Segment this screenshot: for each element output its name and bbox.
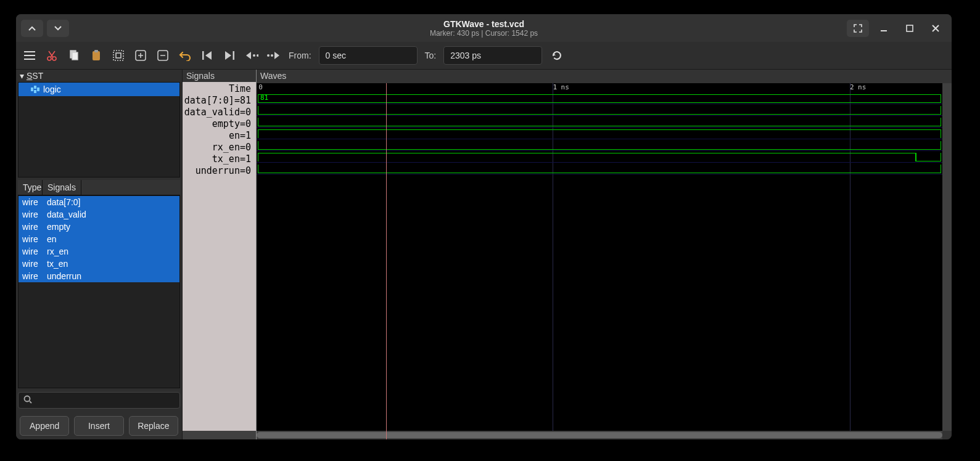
signal-row[interactable]: wiredata[7:0] bbox=[19, 196, 179, 208]
signal-name: data_valid bbox=[46, 210, 179, 219]
minimize-button[interactable] bbox=[873, 20, 895, 37]
next-edge-icon[interactable] bbox=[266, 48, 281, 63]
signal-type: wire bbox=[19, 210, 46, 219]
svg-rect-20 bbox=[34, 90, 36, 93]
signal-row[interactable]: wiredata_valid bbox=[19, 208, 179, 221]
wave-hscroll-thumb[interactable] bbox=[257, 432, 942, 438]
paste-icon[interactable] bbox=[89, 48, 104, 63]
signal-value-row[interactable]: empty=0 bbox=[183, 118, 256, 130]
col-signals-header[interactable]: Signals bbox=[43, 180, 81, 195]
signal-value-row[interactable]: underrun=0 bbox=[183, 165, 256, 177]
signal-row[interactable]: wireen bbox=[19, 233, 179, 245]
go-start-icon[interactable] bbox=[200, 48, 215, 63]
wave-baseline bbox=[257, 139, 942, 139]
to-input[interactable] bbox=[443, 46, 542, 65]
signal-list[interactable]: wiredata[7:0]wiredata_validwireemptywire… bbox=[18, 195, 180, 388]
wave-hscroll[interactable] bbox=[257, 431, 942, 439]
signal-value-row[interactable]: rx_en=0 bbox=[183, 142, 256, 153]
svg-point-22 bbox=[25, 396, 30, 402]
fullscreen-button[interactable] bbox=[847, 20, 869, 37]
signal-type: wire bbox=[19, 234, 46, 244]
zoom-out-icon[interactable] bbox=[155, 48, 170, 63]
svg-point-16 bbox=[267, 54, 270, 57]
svg-line-23 bbox=[30, 401, 31, 403]
signal-row[interactable]: wirerx_en bbox=[19, 245, 179, 258]
from-label: From: bbox=[289, 51, 311, 60]
signal-name: en bbox=[46, 234, 179, 244]
marker-line[interactable] bbox=[386, 83, 387, 439]
svg-rect-8 bbox=[113, 51, 123, 60]
svg-rect-18 bbox=[31, 88, 33, 91]
replace-button[interactable]: Replace bbox=[129, 416, 178, 436]
bus-value-label: 81 bbox=[260, 94, 268, 102]
svg-rect-5 bbox=[72, 52, 78, 60]
svg-rect-19 bbox=[34, 86, 36, 89]
signal-list-header: Type Signals bbox=[18, 180, 180, 195]
window-title: GTKWave - test.vcd bbox=[430, 19, 538, 29]
sidebar: ▾ SST logic Type Signals wiredata[7:0]wi… bbox=[16, 70, 183, 439]
tree-item-label: logic bbox=[43, 84, 61, 94]
signal-names-column: Signals Timedata[7:0]=81data_valid=0empt… bbox=[183, 70, 257, 439]
signals-header: Signals bbox=[183, 70, 256, 82]
svg-rect-7 bbox=[94, 50, 98, 52]
wave-baseline bbox=[257, 104, 942, 104]
signal-row[interactable]: wireunderrun bbox=[19, 270, 179, 282]
tree-item[interactable]: logic bbox=[19, 83, 179, 96]
reload-icon[interactable] bbox=[550, 48, 564, 63]
zoom-in-icon[interactable] bbox=[133, 48, 148, 63]
append-button[interactable]: Append bbox=[20, 416, 69, 436]
zoom-fit-icon[interactable] bbox=[111, 48, 126, 63]
wave-signal-row[interactable] bbox=[258, 116, 941, 127]
signal-row[interactable]: wiretx_en bbox=[19, 258, 179, 270]
sst-header[interactable]: ▾ SST bbox=[16, 70, 182, 82]
signal-name: data[7:0] bbox=[46, 197, 179, 207]
title-center: GTKWave - test.vcd Marker: 430 ps | Curs… bbox=[430, 19, 538, 38]
wave-signal-row[interactable] bbox=[258, 105, 941, 115]
signal-type: wire bbox=[19, 247, 46, 256]
wave-canvas[interactable]: 01 ns2 ns 81 bbox=[257, 83, 942, 439]
signal-row[interactable]: wireempty bbox=[19, 221, 179, 233]
close-button[interactable] bbox=[924, 20, 947, 37]
svg-point-14 bbox=[253, 54, 255, 57]
app-window: GTKWave - test.vcd Marker: 430 ps | Curs… bbox=[16, 14, 952, 439]
waves-header: Waves bbox=[257, 70, 952, 83]
wave-signal-row[interactable]: 81 bbox=[258, 93, 941, 104]
svg-rect-9 bbox=[116, 53, 121, 58]
from-input[interactable] bbox=[319, 46, 418, 65]
prev-edge-icon[interactable] bbox=[244, 48, 259, 63]
col-type-header[interactable]: Type bbox=[18, 180, 43, 195]
wave-signal-row[interactable] bbox=[258, 163, 941, 174]
time-axis: 01 ns2 ns bbox=[257, 83, 942, 92]
undo-icon[interactable] bbox=[178, 48, 192, 63]
insert-button[interactable]: Insert bbox=[74, 416, 123, 436]
wave-baseline bbox=[257, 127, 942, 128]
wave-baseline bbox=[257, 115, 942, 116]
wave-signal-row[interactable] bbox=[258, 140, 941, 150]
wave-vscroll[interactable] bbox=[942, 83, 952, 431]
hierarchy-tree[interactable]: logic bbox=[18, 82, 180, 177]
signal-value-row[interactable]: tx_en=1 bbox=[183, 153, 256, 165]
maximize-button[interactable] bbox=[899, 20, 921, 37]
signal-type: wire bbox=[19, 271, 46, 281]
search-box[interactable] bbox=[18, 392, 180, 409]
cut-icon[interactable] bbox=[44, 48, 59, 63]
signal-col-hscroll[interactable] bbox=[183, 431, 256, 439]
wave-baseline bbox=[257, 150, 942, 151]
signal-value-row[interactable]: data_valid=0 bbox=[183, 107, 256, 118]
signal-value-row[interactable]: en=1 bbox=[183, 130, 256, 142]
svg-rect-1 bbox=[907, 25, 913, 31]
to-label: To: bbox=[425, 51, 437, 60]
main-body: ▾ SST logic Type Signals wiredata[7:0]wi… bbox=[16, 70, 952, 439]
menu-up-button[interactable] bbox=[21, 20, 43, 37]
wave-signal-row[interactable] bbox=[258, 152, 941, 162]
action-buttons: Append Insert Replace bbox=[16, 412, 182, 439]
search-input[interactable] bbox=[36, 396, 175, 405]
hamburger-icon[interactable] bbox=[22, 48, 37, 63]
toolbar: From: To: bbox=[16, 42, 952, 70]
copy-icon[interactable] bbox=[67, 48, 81, 63]
go-end-icon[interactable] bbox=[222, 48, 237, 63]
menu-down-button[interactable] bbox=[47, 20, 69, 37]
signal-value-row[interactable]: data[7:0]=81 bbox=[183, 95, 256, 107]
wave-signal-row[interactable] bbox=[258, 128, 941, 139]
signal-value-row[interactable]: Time bbox=[183, 83, 256, 95]
